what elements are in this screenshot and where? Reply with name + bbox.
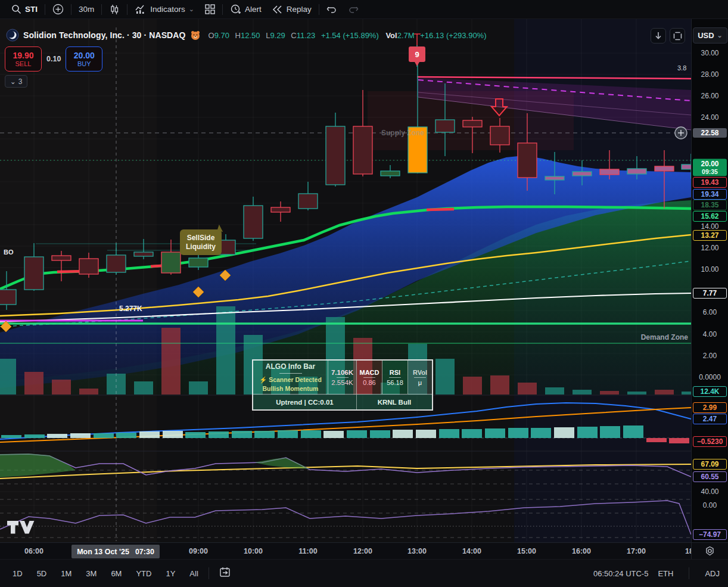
red-seg-3 <box>427 209 454 210</box>
volume-bar <box>463 377 482 395</box>
candle-body <box>0 290 16 305</box>
price-label: 4.00 <box>693 330 727 338</box>
ohlc-readout: O9.70 H12.50 L9.29 C11.23 +1.54 (+15.89%… <box>205 31 487 40</box>
currency-label: USD <box>698 31 714 40</box>
range-button-5d[interactable]: 5D <box>33 567 51 580</box>
candle-body <box>189 258 208 267</box>
price-label: 60.55 <box>693 471 727 482</box>
range-button-3m[interactable]: 3M <box>82 567 101 580</box>
price-label: 40.00 <box>693 487 727 496</box>
histogram-bar <box>600 426 620 438</box>
chevron-down-icon: ⌄ <box>10 77 16 86</box>
candle-body <box>435 120 455 132</box>
histogram-bar <box>623 426 643 438</box>
price-label: 24.00 <box>693 113 727 122</box>
session-clock[interactable]: 06:50:24 UTC-5 <box>593 569 649 578</box>
rvol-value: μ <box>418 379 422 386</box>
histogram-bar <box>531 428 551 438</box>
candle-body <box>627 169 646 174</box>
candle-body <box>600 169 619 175</box>
histogram-bar <box>94 433 114 438</box>
symbol-info-bar: Solidion Technology, Inc. · 30 · NASDAQ … <box>6 29 487 42</box>
range-button-6m[interactable]: 6M <box>107 567 126 580</box>
interval-button[interactable]: 30m <box>73 0 99 19</box>
price-axis[interactable]: USD ⌄ 30.0028.0026.0024.0022.5820.0009:3… <box>691 19 728 542</box>
volume-bar <box>0 359 16 395</box>
chart-text-label: Demand Zone <box>641 333 689 341</box>
price-label: 18.35 <box>693 200 727 210</box>
undo-icon <box>326 5 337 14</box>
range-button-1y[interactable]: 1Y <box>161 567 179 580</box>
divider <box>71 4 71 15</box>
histogram-bar <box>209 431 229 438</box>
reset-chart-button[interactable] <box>670 28 685 44</box>
spread-value: 0.10 <box>46 55 61 63</box>
volume-change-value: +16.13 (+293.90%) <box>420 31 486 40</box>
divider <box>222 4 223 15</box>
histogram-bar <box>278 430 298 438</box>
go-to-date-button[interactable] <box>215 564 235 582</box>
gear-icon <box>705 546 715 556</box>
algo-vol1: 7.106K <box>331 369 353 376</box>
price-label: 67.09 <box>693 459 727 470</box>
candle-body <box>52 256 71 260</box>
volume-bar <box>518 383 537 395</box>
replay-button[interactable]: Replay <box>267 0 317 19</box>
time-axis[interactable]: Mon 13 Oct '25 07:30 06:0009:0010:0011:0… <box>0 542 691 559</box>
symbol-title[interactable]: Solidion Technology, Inc. · 30 · NASDAQ <box>23 30 186 40</box>
candle-body <box>682 164 691 169</box>
undo-button[interactable] <box>321 0 343 19</box>
scroll-to-recent-button[interactable] <box>651 28 666 44</box>
candle-body <box>518 143 537 178</box>
time-tick: 16:00 <box>572 547 591 555</box>
chart-canvas[interactable]: 9BO5.277KSupply ZoneDemand Zone3.8 Solid… <box>0 19 691 542</box>
adjust-button[interactable]: ADJ <box>705 569 720 578</box>
chart-style-button[interactable] <box>104 0 125 19</box>
session-type-button[interactable]: ETH <box>658 569 673 578</box>
range-button-1m[interactable]: 1M <box>57 567 76 580</box>
divider <box>101 4 102 15</box>
bottom-toolbar: 1D5D1M3M6MYTD1YAll 06:50:24 UTC-5 ETH AD… <box>0 559 728 587</box>
candle-body <box>161 252 181 273</box>
alert-button[interactable]: Alert <box>225 0 267 19</box>
algo-title: ALGO Info Bar <box>266 362 315 371</box>
histogram-bar <box>323 431 344 438</box>
rsi-label: RSI <box>390 369 400 376</box>
bear-icon <box>190 30 201 41</box>
change-value: +1.54 (+15.89%) <box>321 31 379 40</box>
range-button-ytd[interactable]: YTD <box>132 567 155 580</box>
redo-button[interactable] <box>343 0 364 19</box>
open-value: 9.70 <box>214 31 229 40</box>
algo-title-cell: ALGO Info Bar ⚡ Scanner Detected Bullish… <box>253 361 328 394</box>
currency-dropdown[interactable]: USD ⌄ <box>693 27 727 44</box>
order-panel: 19.90 SELL 0.10 20.00 BUY <box>5 46 102 72</box>
indicators-label: Indicators <box>150 5 185 14</box>
indicators-button[interactable]: Indicators ⌄ <box>129 0 200 19</box>
divider <box>127 4 127 15</box>
histogram-bar <box>347 430 367 438</box>
indicator-templates-button[interactable] <box>200 0 220 19</box>
candle-body <box>655 166 674 171</box>
time-tick: 13:00 <box>407 547 427 555</box>
collapse-indicators-chip[interactable]: ⌄ 3 <box>5 75 27 88</box>
buy-button[interactable]: 20.00 BUY <box>66 46 102 72</box>
sell-button[interactable]: 19.90 SELL <box>5 46 42 72</box>
price-chart[interactable]: 9BO5.277KSupply ZoneDemand Zone3.8 <box>0 19 691 542</box>
buy-price: 20.00 <box>74 51 95 60</box>
price-label: 19.43 <box>693 177 727 188</box>
histogram-bar <box>47 434 67 438</box>
divider <box>209 567 209 579</box>
volume-bar <box>161 328 181 395</box>
candle-body <box>107 255 126 272</box>
compare-add-button[interactable] <box>47 0 69 19</box>
volume-bar <box>435 359 455 395</box>
price-label: 20.0009:35 <box>693 159 727 176</box>
axis-settings-button[interactable] <box>691 542 728 559</box>
range-button-1d[interactable]: 1D <box>8 567 27 580</box>
symbol-search-button[interactable]: STI <box>6 0 43 19</box>
volume-bar <box>52 380 71 395</box>
histogram-bar <box>370 430 390 438</box>
price-label: −74.97 <box>693 529 727 540</box>
histogram-bar <box>1 435 21 438</box>
range-button-all[interactable]: All <box>185 567 202 580</box>
